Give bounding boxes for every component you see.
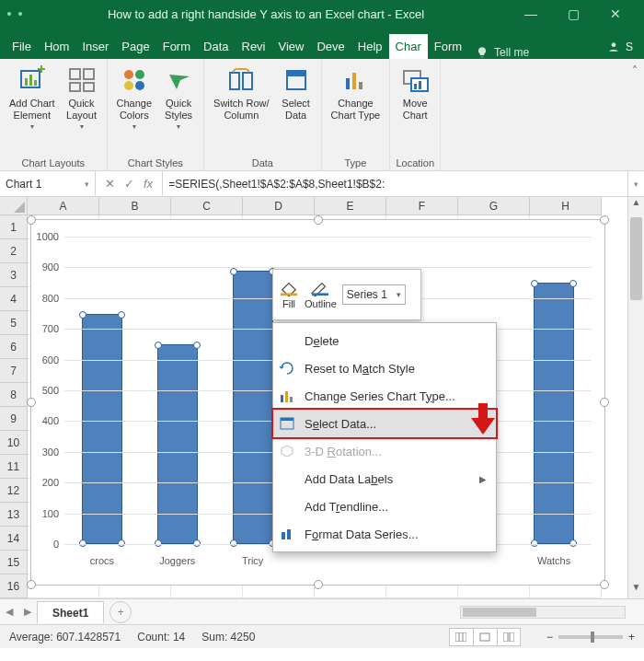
row-header[interactable]: 5 [0, 311, 28, 335]
row-header[interactable]: 8 [0, 383, 28, 407]
change-colors-button[interactable]: Change Colors ▾ [113, 63, 156, 133]
row-header[interactable]: 4 [0, 287, 28, 311]
menu-reset-match-style[interactable]: Reset to Match Style [273, 354, 496, 382]
tab-nav-next-button[interactable]: ▶ [18, 606, 37, 618]
view-page-layout-button[interactable] [473, 628, 497, 646]
sheet-tab-sheet1[interactable]: Sheet1 [37, 601, 104, 623]
row-header[interactable]: 3 [0, 263, 28, 287]
ribbon-tab-home[interactable]: Hom [38, 34, 75, 59]
row-header[interactable]: 7 [0, 359, 28, 383]
resize-handle[interactable] [600, 580, 609, 589]
zoom-slider[interactable] [558, 635, 623, 639]
series-selector-combo[interactable]: Series 1 ▾ [342, 284, 406, 305]
quick-layout-button[interactable]: Quick Layout ▾ [63, 63, 101, 133]
view-page-break-button[interactable] [497, 628, 521, 646]
column-header[interactable]: E [315, 197, 386, 215]
resize-handle[interactable] [600, 215, 609, 225]
view-normal-button[interactable] [449, 628, 473, 646]
chart-bar[interactable] [534, 283, 574, 544]
row-header[interactable]: 9 [0, 407, 28, 431]
series-handle[interactable] [569, 280, 577, 287]
column-header[interactable]: D [243, 197, 315, 215]
select-all-corner[interactable] [0, 197, 28, 215]
name-box-dropdown-icon[interactable]: ▾ [85, 180, 89, 189]
zoom-out-button[interactable]: − [546, 631, 553, 644]
row-header[interactable]: 16 [0, 574, 28, 598]
ribbon-tab-help[interactable]: Help [351, 34, 389, 59]
chart-bar[interactable] [233, 271, 273, 544]
outline-button[interactable]: Outline [305, 280, 337, 309]
row-header[interactable]: 13 [0, 503, 28, 527]
series-handle[interactable] [531, 280, 538, 287]
formula-bar-expand-button[interactable]: ▾ [627, 171, 644, 196]
column-header[interactable]: F [386, 197, 458, 215]
chart-bar[interactable] [82, 314, 122, 545]
row-header[interactable]: 12 [0, 479, 28, 503]
resize-handle[interactable] [27, 215, 36, 225]
ribbon-tab-view[interactable]: View [272, 34, 311, 59]
ribbon-tab-format[interactable]: Form [428, 34, 468, 59]
resize-handle[interactable] [314, 215, 323, 225]
row-header[interactable]: 14 [0, 527, 28, 551]
menu-delete[interactable]: Delete [273, 327, 496, 354]
column-header[interactable]: B [99, 197, 171, 215]
scroll-up-arrow-icon[interactable]: ▲ [628, 197, 644, 214]
series-handle[interactable] [569, 539, 577, 547]
ribbon-tab-page-layout[interactable]: Page [115, 34, 155, 59]
row-header[interactable]: 1 [0, 215, 28, 239]
series-handle[interactable] [155, 342, 162, 349]
ribbon-tab-developer[interactable]: Deve [310, 34, 351, 59]
change-chart-type-button[interactable]: Change Chart Type [328, 63, 385, 122]
series-handle[interactable] [79, 311, 86, 319]
select-data-button[interactable]: Select Data [277, 63, 316, 122]
ribbon-tab-insert[interactable]: Inser [75, 34, 115, 59]
series-handle[interactable] [193, 539, 201, 547]
resize-handle[interactable] [27, 580, 36, 589]
column-header[interactable]: A [28, 197, 99, 215]
column-header[interactable]: H [530, 197, 602, 215]
name-box[interactable]: Chart 1 ▾ [0, 171, 96, 196]
ribbon-share[interactable]: S [607, 41, 638, 59]
scroll-down-arrow-icon[interactable]: ▼ [628, 582, 644, 598]
row-header[interactable]: 2 [0, 239, 28, 263]
ribbon-tab-review[interactable]: Revi [236, 34, 272, 59]
row-header[interactable]: 10 [0, 431, 28, 455]
ribbon-tab-formulas[interactable]: Form [156, 34, 197, 59]
window-minimize-button[interactable]: — [510, 0, 552, 28]
menu-select-data[interactable]: Select Data... [273, 410, 496, 437]
vertical-scrollbar[interactable]: ▲ ▼ [627, 197, 644, 598]
formula-enter-button[interactable]: ✓ [124, 177, 134, 191]
add-chart-element-button[interactable]: Add Chart Element ▾ [6, 63, 59, 133]
horizontal-scrollbar[interactable] [460, 606, 626, 619]
new-sheet-button[interactable]: + [109, 601, 132, 623]
ribbon-tab-chart-design[interactable]: Char [389, 34, 428, 59]
formula-cancel-button[interactable]: ✕ [105, 177, 115, 191]
series-handle[interactable] [79, 539, 86, 547]
column-header[interactable]: C [171, 197, 243, 215]
ribbon-tab-file[interactable]: File [6, 34, 38, 59]
row-header[interactable]: 11 [0, 455, 28, 479]
quick-styles-button[interactable]: Quick Styles ▾ [159, 63, 198, 133]
series-handle[interactable] [230, 268, 237, 275]
series-handle[interactable] [118, 539, 125, 547]
ribbon-tab-data[interactable]: Data [197, 34, 235, 59]
formula-input[interactable]: =SERIES(,Sheet1!$A$2:$A$8,Sheet1!$B$2: [163, 171, 627, 196]
scroll-thumb[interactable] [463, 608, 536, 617]
series-handle[interactable] [230, 539, 237, 547]
ribbon-collapse-button[interactable]: ˄ [626, 59, 644, 170]
window-close-button[interactable]: ✕ [594, 0, 637, 28]
resize-handle[interactable] [600, 398, 609, 407]
series-handle[interactable] [531, 539, 538, 547]
tell-me[interactable]: Tell me [476, 46, 529, 59]
tab-nav-prev-button[interactable]: ◀ [0, 606, 18, 618]
scroll-thumb[interactable] [630, 217, 642, 300]
series-handle[interactable] [155, 539, 162, 547]
series-handle[interactable] [118, 311, 125, 319]
menu-change-series-chart-type[interactable]: Change Series Chart Type... [273, 382, 496, 410]
fx-button[interactable]: fx [144, 177, 153, 191]
zoom-control[interactable]: − + [546, 631, 635, 644]
resize-handle[interactable] [314, 580, 323, 589]
zoom-in-button[interactable]: + [628, 631, 635, 644]
series-handle[interactable] [193, 342, 201, 349]
row-header[interactable]: 15 [0, 551, 28, 574]
